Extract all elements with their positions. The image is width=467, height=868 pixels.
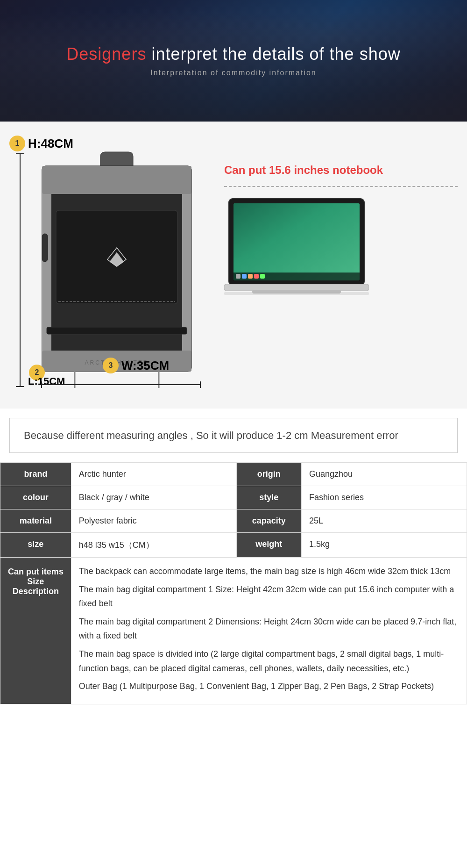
notebook-post: notebook: [329, 164, 383, 176]
svg-rect-2: [42, 166, 51, 372]
capacity-value: 25L: [301, 509, 467, 533]
svg-rect-3: [182, 166, 191, 372]
svg-rect-23: [260, 274, 265, 279]
style-label: style: [236, 486, 301, 509]
hero-section: Designers interpret the details of the s…: [0, 0, 467, 122]
notebook-text: Can put 15.6 inches notebook: [224, 164, 458, 177]
colour-value: Black / gray / white: [71, 486, 236, 509]
notebook-accent: 15.6 inches: [269, 164, 329, 176]
origin-label: origin: [236, 463, 301, 486]
description-value: The backpack can accommodate large items…: [71, 558, 467, 704]
svg-rect-21: [248, 274, 253, 279]
bag-diagram: 1 H:48CM: [9, 136, 210, 390]
weight-label: weight: [236, 533, 301, 558]
width-label: W:35CM: [121, 359, 169, 373]
length-label: L:15CM: [28, 375, 65, 387]
svg-rect-5: [42, 166, 191, 194]
hero-title: Designers interpret the details of the s…: [66, 44, 400, 64]
svg-rect-26: [224, 292, 369, 295]
specs-row-material: material Polyester fabric capacity 25L: [0, 509, 467, 533]
specs-row-brand: brand Arctic hunter origin Guangzhou: [0, 463, 467, 486]
specs-row-size: size h48 l35 w15（CM） weight 1.5kg: [0, 533, 467, 558]
size-label: size: [0, 533, 71, 558]
specs-table: brand Arctic hunter origin Guangzhou col…: [0, 462, 467, 704]
origin-value: Guangzhou: [301, 463, 467, 486]
measurement-note: Because different measuring angles , So …: [9, 418, 458, 453]
svg-rect-24: [224, 284, 369, 291]
dimensions-section: 1 H:48CM: [0, 122, 467, 409]
capacity-label: capacity: [236, 509, 301, 533]
svg-rect-20: [242, 274, 247, 279]
hero-subtitle: Interpretation of commodity information: [150, 69, 316, 77]
laptop-image: [224, 196, 369, 299]
description-label: Can put items Size Description: [0, 558, 71, 704]
specs-row-colour: colour Black / gray / white style Fashio…: [0, 486, 467, 509]
laptop-svg: [224, 196, 369, 299]
colour-label: colour: [0, 486, 71, 509]
material-value: Polyester fabric: [71, 509, 236, 533]
badge-1: 1: [9, 136, 25, 151]
weight-value: 1.5kg: [301, 533, 467, 558]
specs-row-description: Can put items Size Description The backp…: [0, 558, 467, 704]
height-label: H:48CM: [28, 136, 73, 151]
notebook-divider: [224, 186, 458, 187]
hero-title-accent: Designers: [66, 44, 146, 64]
brand-value: Arctic hunter: [71, 463, 236, 486]
size-value: h48 l35 w15（CM）: [71, 533, 236, 558]
style-value: Fashion series: [301, 486, 467, 509]
hero-title-rest: interpret the details of the show: [146, 44, 400, 64]
svg-rect-19: [236, 274, 241, 279]
measurement-note-text: Because different measuring angles , So …: [24, 430, 398, 441]
notebook-info: Can put 15.6 inches notebook: [210, 136, 458, 299]
svg-rect-22: [254, 274, 259, 279]
svg-rect-12: [42, 234, 48, 262]
svg-rect-17: [234, 203, 360, 280]
material-label: material: [0, 509, 71, 533]
brand-label: brand: [0, 463, 71, 486]
svg-rect-10: [47, 327, 187, 334]
badge-3: 3: [103, 358, 119, 373]
bag-svg: ARCTIC HUNTER: [28, 150, 205, 388]
notebook-pre: Can put: [224, 164, 269, 176]
